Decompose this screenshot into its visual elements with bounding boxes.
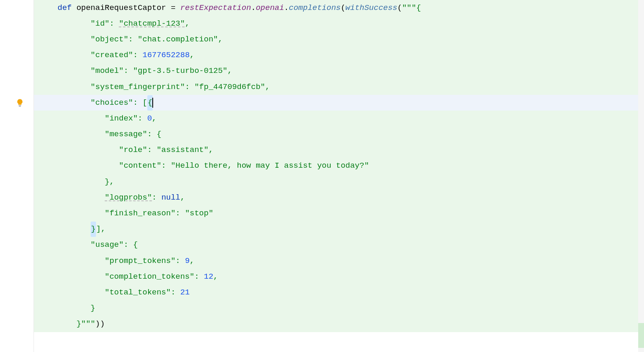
- code-line[interactable]: "finish_reason": "stop": [34, 205, 644, 221]
- scrollbar-diff-marks: [638, 323, 644, 348]
- code-line[interactable]: "system_fingerprint": "fp_44709d6fcb",: [34, 79, 644, 95]
- vertical-scrollbar[interactable]: [638, 0, 644, 352]
- matched-brace-close: }: [91, 222, 96, 237]
- matched-brace-open: {: [147, 95, 153, 111]
- code-line[interactable]: def openaiRequestCaptor = restExpectatio…: [34, 0, 644, 16]
- code-line[interactable]: },: [34, 174, 644, 190]
- intention-bulb-icon[interactable]: [16, 99, 24, 107]
- code-line[interactable]: "id": "chatcmpl-123",: [34, 16, 644, 31]
- code-line[interactable]: "total_tokens": 21: [34, 284, 644, 300]
- code-line[interactable]: "role": "assistant",: [34, 142, 644, 158]
- code-line[interactable]: "completion_tokens": 12,: [34, 269, 644, 284]
- code-line[interactable]: }: [34, 301, 644, 316]
- code-line[interactable]: "created": 1677652288,: [34, 48, 644, 63]
- code-line[interactable]: "index": 0,: [34, 111, 644, 126]
- svg-rect-0: [19, 105, 21, 106]
- code-line[interactable]: }""")): [34, 316, 644, 332]
- code-editor[interactable]: def openaiRequestCaptor = restExpectatio…: [0, 0, 644, 352]
- code-line[interactable]: "logprobs": null,: [34, 190, 644, 205]
- code-line-caret[interactable]: "choices": [{: [34, 95, 644, 111]
- editor-gutter: [0, 0, 34, 352]
- code-line[interactable]: "object": "chat.completion",: [34, 31, 644, 47]
- code-line[interactable]: "content": "Hello there, how may I assis…: [34, 158, 644, 174]
- svg-rect-1: [19, 106, 21, 106]
- code-line[interactable]: }],: [34, 222, 644, 237]
- code-line[interactable]: "message": {: [34, 127, 644, 142]
- code-line[interactable]: "usage": {: [34, 237, 644, 253]
- editor-content[interactable]: def openaiRequestCaptor = restExpectatio…: [34, 0, 644, 352]
- code-line[interactable]: "model": "gpt-3.5-turbo-0125",: [34, 63, 644, 79]
- code-line[interactable]: "prompt_tokens": 9,: [34, 253, 644, 269]
- text-caret: [152, 98, 153, 108]
